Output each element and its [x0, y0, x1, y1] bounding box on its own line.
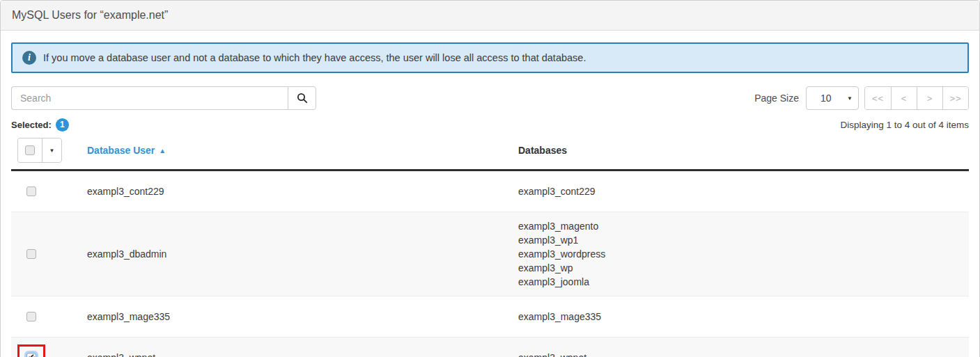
database-name: exampl3_cont229	[518, 184, 969, 198]
chevron-down-icon: ▼	[49, 148, 55, 154]
row-check-cell	[11, 303, 87, 330]
database-name: exampl3_magento	[518, 219, 969, 233]
info-alert: i If you move a database user and not a …	[11, 42, 969, 73]
toolbar-right: Page Size 10 ▼ << < > >>	[754, 86, 969, 110]
sub-toolbar: Selected: 1 Displaying 1 to 4 out of 4 i…	[11, 118, 969, 132]
column-header-database-user: Database User	[87, 145, 155, 156]
pagination: << < > >>	[864, 86, 969, 110]
selected-label: Selected:	[11, 120, 52, 130]
panel-header: MySQL Users for “example.net”	[1, 1, 979, 31]
info-alert-text: If you move a database user and not a da…	[43, 52, 586, 63]
next-page-button[interactable]: >	[917, 87, 942, 109]
table-row: ☝ exampl3_wpnet exampl3_wpnet	[11, 337, 969, 357]
row-checkbox[interactable]	[26, 353, 36, 357]
select-all-split-button: ▼	[17, 138, 62, 163]
table-header: ▼ Database User ▲ Databases	[11, 134, 969, 171]
selected-count-badge: 1	[56, 118, 69, 132]
table-row: exampl3_dbadmin exampl3_magentoexampl3_w…	[11, 212, 969, 296]
search-group	[11, 86, 316, 110]
search-icon	[297, 93, 308, 104]
page-title: MySQL Users for “example.net”	[12, 9, 168, 21]
click-highlight-annotation: ☝	[17, 344, 45, 357]
database-name: exampl3_joomla	[518, 275, 969, 289]
row-checkbox[interactable]	[26, 312, 36, 322]
selected-indicator: Selected: 1	[11, 118, 69, 132]
sort-by-database-user[interactable]: Database User ▲	[87, 145, 166, 156]
row-user: exampl3_mage335	[87, 311, 518, 322]
first-page-button[interactable]: <<	[865, 87, 891, 109]
row-databases: exampl3_wpnet	[518, 351, 969, 357]
database-name: exampl3_wordpress	[518, 247, 969, 261]
row-checkbox[interactable]	[26, 249, 36, 259]
toolbar: Page Size 10 ▼ << < > >>	[11, 86, 969, 110]
users-table: ▼ Database User ▲ Databases exampl3_cont…	[11, 134, 969, 357]
header-databases-cell: Databases	[518, 145, 969, 156]
select-all-checkbox[interactable]	[25, 145, 35, 155]
row-user: exampl3_dbadmin	[87, 248, 518, 260]
prev-page-button[interactable]: <	[891, 87, 917, 109]
row-check-cell	[11, 241, 87, 267]
row-user: exampl3_wpnet	[87, 352, 518, 357]
row-check-wrap	[17, 241, 45, 267]
table-row: exampl3_mage335 exampl3_mage335	[11, 296, 969, 337]
row-check-wrap	[17, 178, 45, 205]
row-databases: exampl3_mage335	[518, 310, 969, 324]
mysql-users-panel: MySQL Users for “example.net” i If you m…	[0, 0, 980, 357]
sort-ascending-icon: ▲	[159, 147, 166, 154]
page-size-select-wrap: 10 ▼	[806, 86, 859, 110]
last-page-button[interactable]: >>	[942, 87, 968, 109]
database-name: exampl3_wp	[518, 261, 969, 275]
row-check-cell: ☝	[11, 344, 87, 357]
column-header-databases: Databases	[518, 145, 567, 156]
database-name: exampl3_wpnet	[518, 351, 969, 357]
select-menu-toggle[interactable]: ▼	[42, 138, 61, 162]
database-name: exampl3_wp1	[518, 233, 969, 247]
select-all-button[interactable]	[18, 138, 42, 162]
displaying-status: Displaying 1 to 4 out of 4 items	[840, 120, 969, 130]
table-body: exampl3_cont229 exampl3_cont229 exampl3_…	[11, 171, 969, 357]
search-input[interactable]	[11, 86, 288, 110]
row-databases: exampl3_magentoexampl3_wp1exampl3_wordpr…	[518, 219, 969, 289]
row-check-cell	[11, 178, 87, 205]
header-user-cell: Database User ▲	[87, 145, 518, 156]
row-databases: exampl3_cont229	[518, 184, 969, 198]
info-icon: i	[22, 51, 36, 65]
page-size-label: Page Size	[754, 93, 799, 104]
page-size-select[interactable]: 10	[806, 86, 859, 110]
table-row: exampl3_cont229 exampl3_cont229	[11, 171, 969, 212]
row-check-wrap	[17, 303, 45, 330]
row-checkbox[interactable]	[26, 187, 36, 196]
search-button[interactable]	[288, 86, 316, 110]
row-user: exampl3_cont229	[87, 186, 518, 197]
header-check-cell: ▼	[11, 138, 87, 163]
database-name: exampl3_mage335	[518, 310, 969, 324]
